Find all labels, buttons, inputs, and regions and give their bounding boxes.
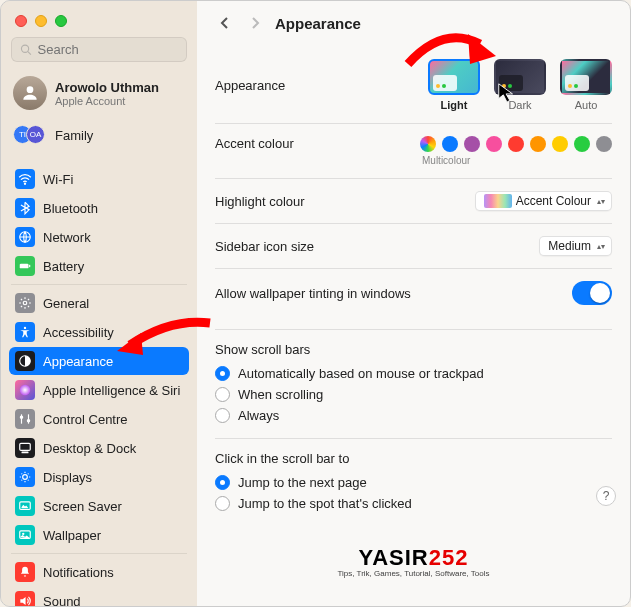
- gear-icon: [15, 293, 35, 313]
- user-account-row[interactable]: Arowolo Uthman Apple Account: [9, 72, 189, 120]
- radio-option[interactable]: When scrolling: [215, 384, 612, 405]
- divider: [11, 284, 187, 285]
- sidebar-item-label: General: [43, 296, 89, 311]
- sidebar-item-control-centre[interactable]: Control Centre: [9, 405, 189, 433]
- thumbnail: [560, 59, 612, 95]
- sidebar-item-accessibility[interactable]: Accessibility: [9, 318, 189, 346]
- family-row[interactable]: TIOA Family: [9, 120, 189, 156]
- avatar: [13, 76, 47, 110]
- sidebar-item-sound[interactable]: Sound: [9, 587, 189, 606]
- sidebar-item-wallpaper[interactable]: Wallpaper: [9, 521, 189, 549]
- svg-point-7: [23, 301, 27, 305]
- radio-button[interactable]: [215, 475, 230, 490]
- maximize-button[interactable]: [55, 15, 67, 27]
- divider: [215, 329, 612, 330]
- radio-option[interactable]: Jump to the next page: [215, 472, 612, 493]
- sidebar-item-screen-saver[interactable]: Screen Saver: [9, 492, 189, 520]
- thumbnail: [494, 59, 546, 95]
- accent-color-1[interactable]: [442, 136, 458, 152]
- scrollclick-group: Click in the scroll bar to Jump to the n…: [215, 441, 612, 524]
- accent-color-0[interactable]: [420, 136, 436, 152]
- sidebar-list: Wi-FiBluetoothNetworkBatteryGeneralAcces…: [9, 164, 189, 606]
- siri-icon: [15, 380, 35, 400]
- sidebar-item-label: Bluetooth: [43, 201, 98, 216]
- window-controls: [9, 9, 189, 37]
- sidebar-item-displays[interactable]: Displays: [9, 463, 189, 491]
- sidebar-item-label: Desktop & Dock: [43, 441, 136, 456]
- radio-button[interactable]: [215, 496, 230, 511]
- battery-icon: [15, 256, 35, 276]
- accent-color-5[interactable]: [530, 136, 546, 152]
- appearance-mode-auto[interactable]: Auto: [560, 59, 612, 111]
- radio-option[interactable]: Always: [215, 405, 612, 426]
- main-panel: Appearance Appearance LightDarkAuto Acce…: [197, 1, 630, 606]
- content: Appearance LightDarkAuto Accent colour M…: [197, 41, 630, 544]
- back-button[interactable]: [215, 13, 235, 33]
- svg-point-8: [24, 327, 26, 329]
- accent-color-4[interactable]: [508, 136, 524, 152]
- scrollclick-title: Click in the scroll bar to: [215, 451, 612, 466]
- appearance-mode-light[interactable]: Light: [428, 59, 480, 111]
- sidebar-icon-dropdown[interactable]: Medium ▴▾: [539, 236, 612, 256]
- accent-row: Accent colour Multicolour: [215, 126, 612, 176]
- accent-color-6[interactable]: [552, 136, 568, 152]
- divider: [215, 438, 612, 439]
- sidebar-item-bluetooth[interactable]: Bluetooth: [9, 194, 189, 222]
- sidebar-item-network[interactable]: Network: [9, 223, 189, 251]
- bluetooth-icon: [15, 198, 35, 218]
- display-icon: [15, 467, 35, 487]
- sidebar-item-general[interactable]: General: [9, 289, 189, 317]
- sidebar-item-battery[interactable]: Battery: [9, 252, 189, 280]
- sidebar: Arowolo Uthman Apple Account TIOA Family…: [1, 1, 197, 606]
- accent-color-3[interactable]: [486, 136, 502, 152]
- radio-option[interactable]: Jump to the spot that's clicked: [215, 493, 612, 514]
- svg-point-2: [27, 86, 34, 93]
- svg-rect-16: [22, 452, 29, 454]
- sidebar-item-apple-intelligence-siri[interactable]: Apple Intelligence & Siri: [9, 376, 189, 404]
- sidebar-item-appearance[interactable]: Appearance: [9, 347, 189, 375]
- svg-point-20: [22, 533, 24, 535]
- divider: [215, 223, 612, 224]
- mode-label: Auto: [560, 99, 612, 111]
- accent-color-8[interactable]: [596, 136, 612, 152]
- divider: [11, 553, 187, 554]
- settings-window: Arowolo Uthman Apple Account TIOA Family…: [0, 0, 631, 607]
- radio-button[interactable]: [215, 366, 230, 381]
- scrollbars-group: Show scroll bars Automatically based on …: [215, 332, 612, 436]
- help-button[interactable]: ?: [596, 486, 616, 506]
- svg-point-0: [21, 45, 28, 52]
- tinting-label: Allow wallpaper tinting in windows: [215, 286, 411, 301]
- appearance-icon: [15, 351, 35, 371]
- user-subtitle: Apple Account: [55, 95, 159, 107]
- mode-label: Dark: [494, 99, 546, 111]
- forward-button[interactable]: [245, 13, 265, 33]
- radio-label: Jump to the next page: [238, 475, 367, 490]
- svg-line-1: [28, 52, 31, 55]
- search-field[interactable]: [11, 37, 187, 62]
- sidebar-item-notifications[interactable]: Notifications: [9, 558, 189, 586]
- access-icon: [15, 322, 35, 342]
- radio-label: Automatically based on mouse or trackpad: [238, 366, 484, 381]
- sidebar-item-label: Accessibility: [43, 325, 114, 340]
- sidebar-item-label: Battery: [43, 259, 84, 274]
- close-button[interactable]: [15, 15, 27, 27]
- sidebar-item-desktop-dock[interactable]: Desktop & Dock: [9, 434, 189, 462]
- highlight-row: Highlight colour Accent Colour ▴▾: [215, 181, 612, 221]
- search-input[interactable]: [38, 42, 178, 57]
- sidebar-item-label: Network: [43, 230, 91, 245]
- sidebar-item-wi-fi[interactable]: Wi-Fi: [9, 165, 189, 193]
- svg-point-14: [27, 420, 29, 422]
- radio-button[interactable]: [215, 408, 230, 423]
- tinting-toggle[interactable]: [572, 281, 612, 305]
- highlight-dropdown[interactable]: Accent Colour ▴▾: [475, 191, 612, 211]
- svg-rect-18: [20, 502, 31, 510]
- radio-option[interactable]: Automatically based on mouse or trackpad: [215, 363, 612, 384]
- thumbnail: [428, 59, 480, 95]
- minimize-button[interactable]: [35, 15, 47, 27]
- accent-color-7[interactable]: [574, 136, 590, 152]
- accent-color-2[interactable]: [464, 136, 480, 152]
- appearance-mode-dark[interactable]: Dark: [494, 59, 546, 111]
- user-name: Arowolo Uthman: [55, 80, 159, 95]
- radio-button[interactable]: [215, 387, 230, 402]
- divider: [215, 178, 612, 179]
